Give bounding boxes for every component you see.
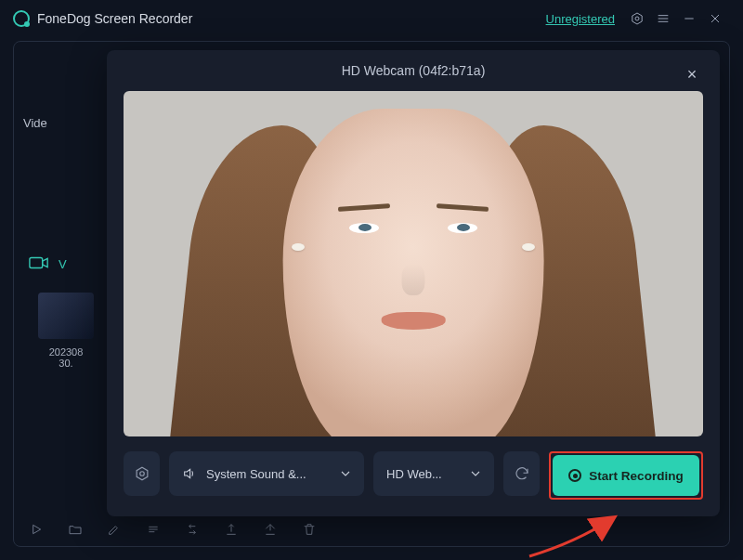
webcam-modal: HD Webcam (04f2:b71a) × System Sound &..…: [107, 50, 720, 516]
close-window-icon[interactable]: [702, 6, 728, 32]
camera-source-dropdown[interactable]: HD Web...: [373, 451, 494, 496]
file-item[interactable]: 202308 30.: [29, 293, 103, 369]
camera-source-label: HD Web...: [386, 467, 442, 481]
chevron-down-icon: [468, 466, 483, 481]
start-recording-highlight: Start Recording: [549, 451, 703, 500]
refresh-icon[interactable]: [503, 451, 540, 496]
svg-marker-13: [137, 468, 148, 481]
modal-controls: System Sound &... HD Web... Start Record…: [124, 451, 703, 500]
app-logo-icon: [13, 10, 30, 27]
folder-icon[interactable]: [68, 522, 83, 537]
modal-title: HD Webcam (04f2:b71a): [342, 63, 486, 78]
camera-icon: [29, 255, 49, 273]
record-icon: [568, 469, 581, 482]
mode-label-left: Vide: [23, 116, 47, 130]
thumbnail-icon: [38, 293, 94, 339]
close-icon[interactable]: ×: [681, 63, 703, 85]
webcam-preview: [124, 91, 703, 436]
menu-icon[interactable]: [650, 6, 676, 32]
tab-video[interactable]: V: [59, 257, 67, 271]
file-name-line1: 202308: [29, 346, 103, 358]
trash-icon[interactable]: [302, 522, 317, 537]
convert-icon[interactable]: [185, 522, 200, 537]
upload-icon[interactable]: [224, 522, 239, 537]
svg-marker-0: [632, 13, 642, 24]
start-recording-button[interactable]: Start Recording: [553, 455, 699, 496]
audio-source-dropdown[interactable]: System Sound &...: [169, 451, 364, 496]
file-name-line2: 30.: [29, 358, 103, 369]
svg-marker-9: [33, 525, 41, 533]
speaker-icon: [182, 466, 197, 481]
svg-rect-8: [30, 258, 43, 268]
rename-icon[interactable]: [146, 522, 161, 537]
play-icon[interactable]: [29, 522, 44, 537]
edit-icon[interactable]: [107, 522, 122, 537]
audio-source-label: System Sound &...: [206, 467, 306, 481]
chevron-down-icon: [338, 466, 353, 481]
settings-icon[interactable]: [624, 6, 650, 32]
gear-icon[interactable]: [124, 451, 160, 496]
svg-point-1: [635, 17, 639, 20]
app-title: FoneDog Screen Recorder: [37, 11, 192, 26]
svg-point-14: [139, 472, 144, 476]
minimize-icon[interactable]: [676, 6, 702, 32]
bottom-toolbar: [29, 522, 714, 537]
share-icon[interactable]: [263, 522, 278, 537]
unregistered-link[interactable]: Unregistered: [546, 12, 615, 26]
app-header: FoneDog Screen Recorder Unregistered: [0, 0, 743, 37]
start-recording-label: Start Recording: [589, 469, 683, 483]
